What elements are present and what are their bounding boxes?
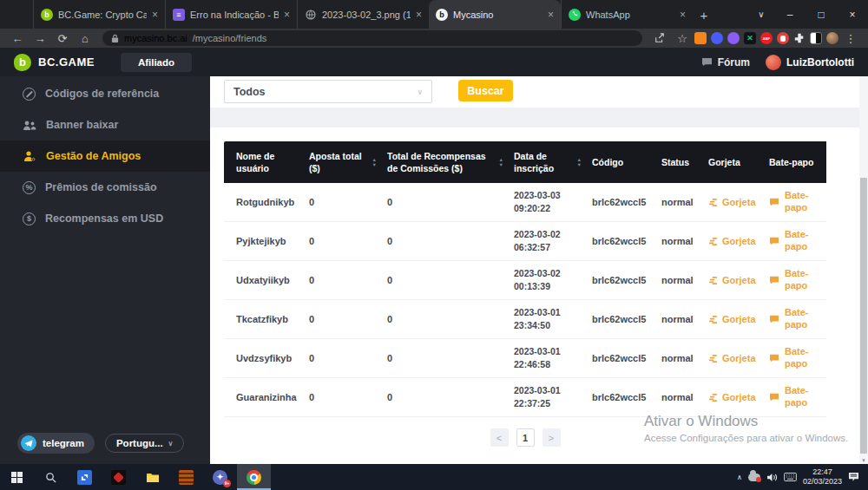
tab-title: Erro na Indicação - BC.Game	[190, 10, 279, 20]
telegram-label: telegram	[43, 438, 84, 448]
bookmark-star-icon[interactable]: ☆	[672, 29, 693, 47]
volume-icon[interactable]	[766, 473, 778, 482]
friends-filter-dropdown[interactable]: Todos ∨	[224, 80, 432, 103]
minimize-button[interactable]: –	[774, 0, 806, 29]
ext-hand-icon[interactable]	[777, 32, 789, 44]
menu-dots-icon[interactable]: ⋮	[840, 29, 861, 47]
afiliado-button[interactable]: Afiliado	[121, 53, 192, 72]
vertical-scrollbar[interactable]: ▼	[859, 76, 868, 464]
home-icon[interactable]: ⌂	[75, 29, 95, 47]
tab-mycasino-active[interactable]: b Mycasino ×	[429, 0, 561, 29]
metamask-icon[interactable]	[694, 32, 707, 44]
banner-download-icon	[23, 120, 36, 131]
chat-icon	[769, 237, 779, 245]
lock-icon	[111, 34, 119, 43]
tab-png-image[interactable]: 2023-03-02_3.png (1024×76 ×	[297, 0, 429, 29]
cell-date: 2023-03-0122:46:58	[503, 339, 582, 378]
coins-icon	[708, 354, 718, 363]
tab-close-icon[interactable]: ×	[284, 9, 290, 21]
ext-blue-icon[interactable]	[711, 32, 723, 44]
taskbar-discord-icon[interactable]: ✦9+	[203, 464, 237, 490]
maximize-button[interactable]: □	[806, 0, 837, 29]
profile-avatar[interactable]	[826, 32, 838, 44]
reload-icon[interactable]: ⟳	[52, 29, 73, 47]
cell-rewards: 0	[377, 183, 503, 222]
tab-close-icon[interactable]: ×	[548, 9, 554, 21]
ext-square-icon[interactable]	[810, 32, 822, 44]
tip-link[interactable]: Gorjeta	[698, 378, 759, 417]
scroll-down-arrow-icon[interactable]: ▼	[859, 458, 868, 463]
sidebar-item-codigos-referencia[interactable]: Códigos de referência	[0, 78, 210, 109]
tab-erro-indicacao[interactable]: ≡ Erro na Indicação - BC.Game ×	[165, 0, 297, 29]
forward-icon[interactable]: →	[30, 29, 50, 47]
scrollbar-thumb[interactable]	[860, 178, 867, 454]
chat-link[interactable]: Bate-papo	[759, 222, 826, 261]
tab-close-icon[interactable]: ×	[680, 9, 686, 21]
search-button[interactable]: Buscar	[458, 80, 513, 101]
action-center-icon[interactable]	[848, 472, 859, 482]
chat-link[interactable]: Bate-papo	[759, 339, 826, 378]
taskbar-clock[interactable]: 22:47 02/03/2023	[803, 467, 842, 487]
tab-close-icon[interactable]: ×	[152, 9, 158, 21]
tab-close-icon[interactable]: ×	[416, 9, 422, 21]
tip-link[interactable]: Gorjeta	[698, 183, 759, 222]
taskbar-file-explorer-icon[interactable]	[135, 464, 169, 490]
tip-link[interactable]: Gorjeta	[698, 261, 759, 300]
forum-label: Fórum	[718, 56, 750, 69]
sidebar-item-recompensas-usd[interactable]: $ Recompensas em USD	[0, 203, 210, 234]
taskbar-amd-app-icon[interactable]	[68, 464, 102, 490]
keyboard-icon[interactable]	[784, 473, 797, 481]
tab-title: WhatsApp	[586, 10, 674, 20]
tab-search-chevron-icon[interactable]: ∨	[748, 0, 774, 29]
sidebar-item-gestao-de-amigos[interactable]: Gestão de Amigos	[0, 140, 210, 172]
chat-link[interactable]: Bate-papo	[759, 378, 826, 417]
chat-link[interactable]: Bate-papo	[759, 183, 826, 222]
user-avatar[interactable]	[766, 55, 781, 70]
telegram-button[interactable]: telegram	[17, 433, 95, 454]
tip-link[interactable]: Gorjeta	[698, 222, 759, 261]
current-page[interactable]: 1	[516, 428, 535, 447]
new-tab-button[interactable]: +	[693, 3, 715, 26]
cell-date: 2023-03-0206:32:57	[503, 222, 582, 261]
tab-whatsapp[interactable]: WhatsApp ×	[561, 0, 693, 29]
address-bar[interactable]: mycasino.bc.ai/mycasino/friends	[102, 30, 642, 46]
url-domain: mycasino.bc.ai	[124, 33, 187, 43]
sidebar-item-banner-baixar[interactable]: Banner baixar	[0, 109, 210, 140]
extensions-puzzle-icon[interactable]	[793, 32, 806, 44]
chat-icon	[769, 393, 779, 402]
taskbar-orange-app-icon[interactable]	[169, 464, 203, 490]
ext-x-icon[interactable]: ✕	[744, 32, 756, 44]
prev-page-button[interactable]: <	[490, 428, 509, 447]
language-selector[interactable]: Portugu... ∨	[105, 434, 185, 453]
cell-status: normal	[651, 222, 698, 261]
forum-link[interactable]: Fórum	[701, 56, 750, 69]
taskbar-search-icon[interactable]	[34, 464, 68, 490]
clock-date: 02/03/2023	[803, 477, 842, 487]
sidebar: Códigos de referência Banner baixar Gest…	[0, 76, 210, 464]
bcgame-logo[interactable]: b	[14, 54, 31, 71]
onedrive-cloud-icon[interactable]	[748, 474, 760, 481]
start-button[interactable]	[0, 464, 34, 490]
chat-link[interactable]: Bate-papo	[759, 300, 826, 339]
share-icon[interactable]	[649, 29, 670, 47]
tip-link[interactable]: Gorjeta	[698, 300, 759, 339]
col-header-bet-total[interactable]: Aposta total ($) ▲▼	[299, 141, 377, 183]
user-name[interactable]: LuizBortolotti	[786, 56, 854, 69]
col-header-signup-date[interactable]: Data de inscrição ▲▼	[503, 141, 582, 183]
coins-icon	[708, 237, 718, 246]
close-window-button[interactable]: ×	[837, 0, 868, 29]
adblock-icon[interactable]: ABP	[760, 32, 773, 44]
cell-bet: 0	[299, 300, 377, 339]
back-icon[interactable]: ←	[7, 29, 28, 47]
ext-purple-icon[interactable]	[727, 32, 740, 44]
col-header-status: Status	[651, 141, 698, 183]
tip-link[interactable]: Gorjeta	[698, 339, 759, 378]
next-page-button[interactable]: >	[542, 428, 561, 447]
sidebar-item-premios-comissao[interactable]: % Prêmios de comissão	[0, 172, 210, 203]
taskbar-chrome-icon[interactable]	[237, 464, 271, 490]
tray-chevron-up-icon[interactable]: ∧	[737, 474, 742, 481]
chat-link[interactable]: Bate-papo	[759, 261, 826, 300]
col-header-rewards[interactable]: Total de Recompensas de Comissões ($) ▲▼	[377, 141, 503, 183]
taskbar-game-app-icon[interactable]	[102, 464, 135, 490]
tab-bcgame-casino[interactable]: b BC.Game: Crypto Casino Gam ×	[33, 0, 165, 29]
